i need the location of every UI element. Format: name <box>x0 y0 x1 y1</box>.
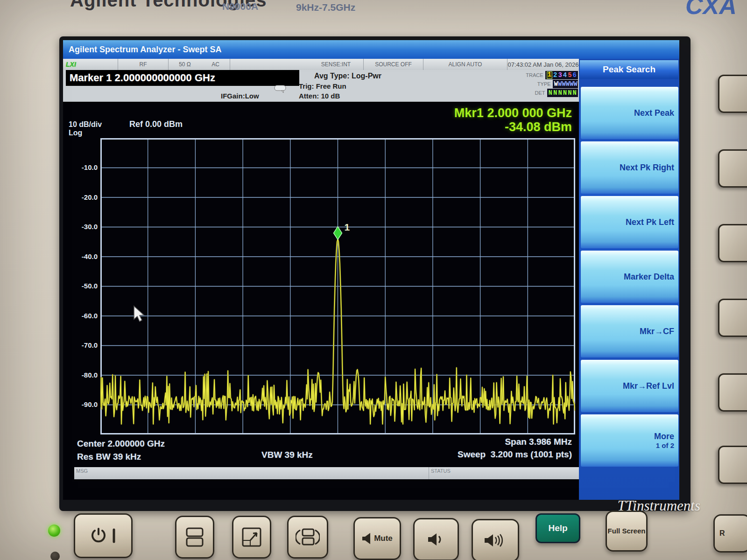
trace-2-indicator: 2 <box>553 71 557 79</box>
res-bw-label: Res BW 39 kHz <box>77 452 141 462</box>
trace-legend: TRACE 1 2 3 4 5 6 TYPE W <box>510 71 578 98</box>
softkey-next-pk-left[interactable]: Next Pk Left <box>581 196 678 248</box>
softkey-menu-header: Peak Search <box>580 60 678 79</box>
softkey-mkr-to-cf[interactable]: Mkr→CF <box>581 305 678 357</box>
power-icon <box>91 527 106 545</box>
window-cycle-button[interactable] <box>287 516 328 559</box>
return-label: R <box>719 529 725 538</box>
callout-bubble-icon <box>274 85 286 93</box>
y-axis-label: -40.0 <box>72 252 98 260</box>
trace-6-indicator: 6 <box>573 71 577 79</box>
trace-legend-label: TRACE <box>526 72 543 78</box>
marker-readout-freq: Mkr1 2.000 000 GHz <box>352 106 572 120</box>
mute-label: Mute <box>374 534 393 543</box>
impedance-indicator: 50 Ω <box>169 59 201 70</box>
softkey-next-peak[interactable]: Next Peak <box>581 87 678 139</box>
rf-indicator: RF <box>118 59 169 70</box>
type-2: W <box>558 80 561 88</box>
softkey-menu: Peak Search Next Peak Next Pk Right Next… <box>579 59 679 500</box>
help-button[interactable]: Help <box>536 513 580 543</box>
softkey-mkr-to-ref[interactable]: Mkr→Ref Lvl <box>581 360 678 412</box>
source-indicator: SOURCE OFF <box>364 59 423 70</box>
attenuation-label: Atten: 10 dB <box>299 92 340 100</box>
status-segment: STATUS <box>429 467 579 479</box>
trace-5-indicator: 5 <box>568 71 571 79</box>
power-led <box>48 525 60 537</box>
det-legend-label: DET <box>535 90 545 96</box>
y-axis-label: -10.0 <box>72 163 98 171</box>
type-5: W <box>570 80 572 88</box>
hw-softkey-3[interactable] <box>718 224 747 262</box>
center-freq-label: Center 2.000000 GHz <box>77 439 165 449</box>
sense-indicator: SENSE:INT <box>309 59 364 70</box>
standby-led <box>50 552 60 560</box>
fullscreen-button[interactable]: Full Screen <box>606 511 648 552</box>
hw-softkey-6[interactable] <box>718 446 747 484</box>
active-function-readout: Marker 1 2.000000000000 GHz <box>66 70 299 86</box>
vbw-label: VBW 39 kHz <box>261 450 313 460</box>
model-number: N9000A <box>222 1 258 12</box>
y-axis-label: -20.0 <box>72 193 98 201</box>
volume-down-button[interactable] <box>413 518 459 560</box>
marker-readout: Mkr1 2.000 000 GHz -34.08 dBm <box>352 106 572 134</box>
y-axis-label: -60.0 <box>72 312 98 320</box>
hw-softkey-4[interactable] <box>718 299 747 337</box>
log-mode-label: Log <box>69 129 102 137</box>
hw-softkey-5[interactable] <box>718 373 747 412</box>
trace-1-indicator: 1 <box>547 71 552 79</box>
span-label: Span 3.986 MHz <box>381 437 572 447</box>
softkey-more-page: 1 of 2 <box>656 441 674 449</box>
window-title: Agilent Spectrum Analyzer - Swept SA <box>63 40 679 59</box>
power-button[interactable] <box>74 513 133 558</box>
lcd-frame: Agilent Spectrum Analyzer - Swept SA LXI… <box>59 36 691 511</box>
speaker-high-icon <box>484 532 507 548</box>
message-bar: MSG STATUS <box>74 467 579 479</box>
avg-type-label: Avg Type: Log-Pwr <box>280 72 416 80</box>
window-split-button[interactable] <box>175 516 214 559</box>
split-window-icon <box>185 526 204 548</box>
det-3: N <box>558 89 562 97</box>
svg-text:1: 1 <box>345 222 350 232</box>
lxi-indicator: LXI <box>63 59 118 70</box>
measurement-info-band: Marker 1 2.000000000000 GHz Avg Type: Lo… <box>63 70 579 102</box>
y-axis-label: -80.0 <box>72 371 98 379</box>
softkey-more-label: More <box>654 432 674 441</box>
watermark: TTinstruments <box>551 497 700 514</box>
align-indicator: ALIGN AUTO <box>423 59 507 70</box>
return-button[interactable]: R <box>713 514 747 553</box>
det-5: N <box>568 89 571 97</box>
det-6: N <box>573 89 577 97</box>
series-logo: CXA <box>685 0 737 20</box>
det-1: N <box>549 89 552 97</box>
trace-3-indicator: 3 <box>558 71 562 79</box>
spectrum-analyzer-front-panel: Agilent Technologies N9000A 9kHz-7.5GHz … <box>0 0 747 560</box>
trace-4-indicator: 4 <box>563 71 567 79</box>
frequency-range-label: 9kHz-7.5GHz <box>296 2 355 13</box>
softkey-next-pk-right[interactable]: Next Pk Right <box>581 141 678 194</box>
status-spacer <box>230 59 309 70</box>
ifgain-label: IFGain:Low <box>221 92 259 100</box>
spectrum-graticule: 1 <box>100 138 575 434</box>
speaker-low-icon <box>428 532 444 546</box>
speaker-icon <box>362 532 372 545</box>
mute-button[interactable]: Mute <box>353 517 401 560</box>
mouse-cursor <box>133 305 145 323</box>
msg-segment: MSG <box>74 467 429 479</box>
lcd-screen: Agilent Spectrum Analyzer - Swept SA LXI… <box>63 40 679 500</box>
y-axis-label: -30.0 <box>72 223 98 231</box>
datetime: 07:43:02 AM Jan 06, 2026 <box>507 59 579 70</box>
trigger-label: Trig: Free Run <box>299 82 346 90</box>
det-4: N <box>563 89 567 97</box>
det-2: N <box>553 89 557 97</box>
softkey-marker-delta[interactable]: Marker Delta <box>581 251 678 303</box>
softkey-more[interactable]: More 1 of 2 <box>581 414 678 467</box>
window-expand-button[interactable] <box>232 516 271 559</box>
volume-up-button[interactable] <box>472 519 519 560</box>
marker-readout-ampl: -34.08 dBm <box>352 120 572 134</box>
ref-level-label: Ref 0.00 dBm <box>129 119 183 129</box>
hw-softkey-2[interactable] <box>718 149 747 188</box>
hw-softkey-1[interactable] <box>718 75 747 113</box>
sweep-label: Sweep 3.200 ms (1001 pts) <box>343 449 572 460</box>
type-3: W <box>562 80 564 88</box>
fullscreen-label: Full Screen <box>608 527 646 535</box>
